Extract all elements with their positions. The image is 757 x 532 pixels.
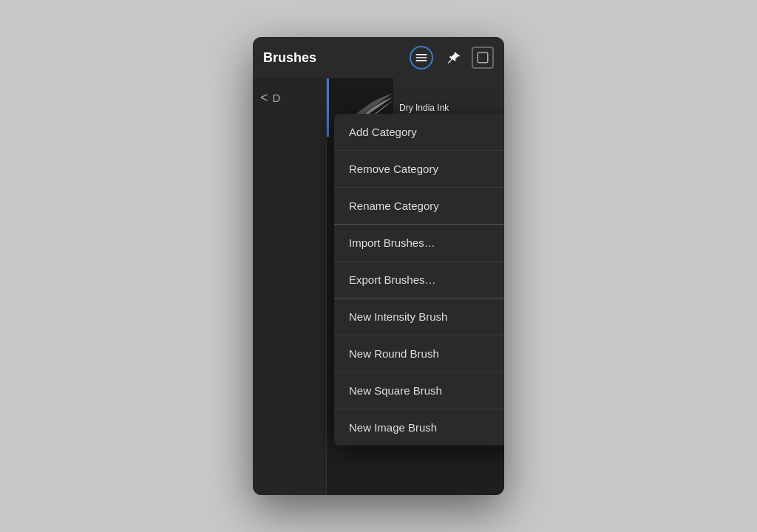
menu-item-rename-category[interactable]: Rename Category: [334, 188, 504, 225]
menu-item-new-image-brush[interactable]: New Image Brush: [334, 409, 504, 446]
svg-rect-0: [416, 54, 427, 55]
header-title: Brushes: [263, 50, 410, 66]
header-icons: [410, 46, 494, 69]
svg-rect-3: [478, 52, 488, 63]
menu-icon: [414, 50, 429, 65]
header: Brushes: [253, 37, 504, 78]
menu-item-new-intensity-brush[interactable]: New Intensity Brush: [334, 299, 504, 335]
menu-icon-button[interactable]: [410, 46, 433, 69]
sidebar: < D: [253, 78, 327, 495]
menu-item-add-category[interactable]: Add Category: [334, 114, 504, 151]
resize-icon-button[interactable]: [472, 47, 494, 69]
dropdown-menu: Add Category Remove Category Rename Cate…: [334, 114, 504, 446]
svg-rect-1: [416, 57, 427, 58]
menu-item-remove-category[interactable]: Remove Category: [334, 151, 504, 188]
brush-name: Dry India Ink: [393, 103, 504, 113]
category-initial: D: [273, 92, 281, 104]
menu-item-new-square-brush[interactable]: New Square Brush: [334, 372, 504, 409]
menu-item-export-brushes[interactable]: Export Brushes…: [334, 262, 504, 299]
brush-list-area: < D Dry India Ink: [253, 78, 504, 495]
panel: Dry India Ink Medium India…: [327, 78, 504, 495]
menu-item-new-round-brush[interactable]: New Round Brush: [334, 335, 504, 372]
svg-rect-2: [416, 60, 427, 61]
pin-icon-button[interactable]: [441, 46, 464, 69]
app-window: Brushes: [253, 37, 504, 495]
menu-item-import-brushes[interactable]: Import Brushes…: [334, 225, 504, 262]
sidebar-nav: < D: [253, 84, 326, 112]
pin-icon: [445, 50, 460, 65]
back-button[interactable]: <: [260, 90, 268, 106]
resize-icon: [476, 51, 489, 64]
